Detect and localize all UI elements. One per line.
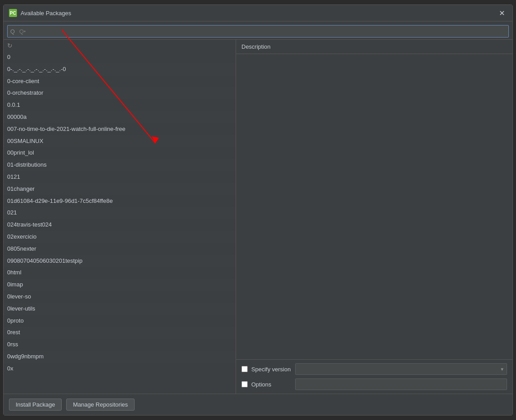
list-item[interactable]: 0121 bbox=[4, 171, 236, 183]
description-header: Description bbox=[236, 40, 512, 54]
specify-version-row: Specify version ▼ bbox=[241, 363, 507, 375]
list-item[interactable]: 00000a bbox=[4, 111, 236, 123]
bottom-bar: Install Package Manage Repositories bbox=[4, 394, 512, 415]
options-checkbox[interactable] bbox=[241, 381, 248, 387]
list-item[interactable]: 0wdg9nbmpm bbox=[4, 351, 236, 363]
main-content: ↻ 00-._.-._.-._.-._.-._.-._.-00-core-cli… bbox=[4, 39, 512, 394]
list-item[interactable]: 024travis-test024 bbox=[4, 219, 236, 231]
list-item[interactable]: 0 bbox=[4, 51, 236, 63]
specify-version-dropdown-wrapper: ▼ bbox=[295, 363, 507, 375]
package-list: 00-._.-._.-._.-._.-._.-._.-00-core-clien… bbox=[4, 51, 236, 394]
list-item[interactable]: 01-distributions bbox=[4, 159, 236, 171]
specify-version-dropdown[interactable] bbox=[295, 363, 507, 375]
right-bottom: Specify version ▼ Options bbox=[236, 359, 512, 394]
list-item[interactable]: 0html bbox=[4, 267, 236, 279]
specify-version-label: Specify version bbox=[251, 366, 292, 373]
list-item[interactable]: 007-no-time-to-die-2021-watch-full-onlin… bbox=[4, 123, 236, 135]
options-row: Options bbox=[241, 378, 507, 390]
title-bar: PC Available Packages ✕ bbox=[4, 5, 512, 21]
list-item[interactable]: 0rss bbox=[4, 339, 236, 351]
list-item[interactable]: 0lever-utils bbox=[4, 303, 236, 315]
search-input[interactable] bbox=[7, 25, 509, 38]
list-item[interactable]: 0x bbox=[4, 363, 236, 375]
list-item[interactable]: 0imap bbox=[4, 279, 236, 291]
description-content bbox=[236, 54, 512, 359]
app-icon: PC bbox=[9, 9, 17, 17]
list-item[interactable]: 00SMALINUX bbox=[4, 135, 236, 147]
available-packages-dialog: PC Available Packages ✕ Q ↻ 00-._.-._.-.… bbox=[3, 4, 513, 416]
dialog-title: Available Packages bbox=[21, 10, 71, 17]
title-bar-left: PC Available Packages bbox=[9, 9, 71, 17]
search-container: Q bbox=[4, 21, 512, 39]
list-item[interactable]: 021 bbox=[4, 207, 236, 219]
refresh-row: ↻ bbox=[4, 40, 236, 51]
list-item[interactable]: 090807040506030201testpip bbox=[4, 255, 236, 267]
install-package-button[interactable]: Install Package bbox=[9, 399, 62, 411]
options-label: Options bbox=[251, 381, 292, 388]
list-item[interactable]: 0lever-so bbox=[4, 291, 236, 303]
right-panel: Description Specify version ▼ Options bbox=[236, 40, 512, 394]
close-button[interactable]: ✕ bbox=[496, 8, 507, 18]
refresh-icon[interactable]: ↻ bbox=[7, 42, 13, 49]
manage-repositories-button[interactable]: Manage Repositories bbox=[66, 399, 135, 411]
list-item[interactable]: 0-orchestrator bbox=[4, 87, 236, 99]
list-item[interactable]: 0rest bbox=[4, 327, 236, 339]
specify-version-checkbox[interactable] bbox=[241, 366, 248, 372]
list-item[interactable]: 0-._.-._.-._.-._.-._.-._.-0 bbox=[4, 63, 236, 76]
list-item[interactable]: 0805nexter bbox=[4, 243, 236, 255]
list-item[interactable]: 01changer bbox=[4, 183, 236, 195]
left-panel: ↻ 00-._.-._.-._.-._.-._.-._.-00-core-cli… bbox=[4, 40, 236, 394]
list-item[interactable]: 0-core-client bbox=[4, 76, 236, 88]
search-wrapper: Q bbox=[7, 25, 509, 38]
list-item[interactable]: 0.0.1 bbox=[4, 99, 236, 111]
options-input[interactable] bbox=[295, 378, 507, 390]
list-item[interactable]: 0proto bbox=[4, 315, 236, 327]
list-item[interactable]: 01d61084-d29e-11e9-96d1-7c5cf84ffe8e bbox=[4, 195, 236, 207]
list-item[interactable]: 00print_lol bbox=[4, 147, 236, 159]
list-item[interactable]: 02exercicio bbox=[4, 231, 236, 243]
